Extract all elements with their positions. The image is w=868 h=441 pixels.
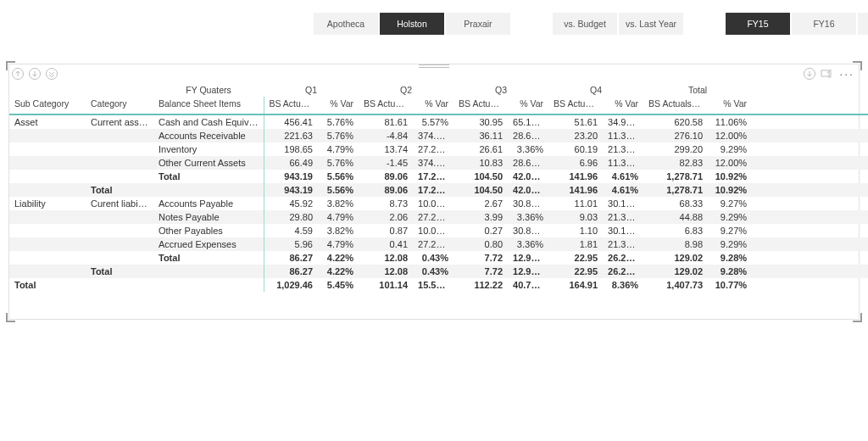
- resize-handle-tr[interactable]: [853, 61, 862, 70]
- table-row[interactable]: AssetCurrent assetsCash and Cash Equival…: [9, 114, 868, 129]
- grand-total-row[interactable]: Total1,029.465.45%101.1415.54%112.2240.7…: [9, 278, 868, 292]
- slicer-company: ApothecaHolstonPraxair: [314, 13, 510, 35]
- table-row[interactable]: Other Current Assets66.495.76%-1.45374.7…: [9, 156, 868, 170]
- drag-handle[interactable]: [419, 64, 449, 69]
- table-row[interactable]: Notes Payable29.804.79%2.0627.27%3.993.3…: [9, 210, 868, 224]
- hdr-q1[interactable]: Q1: [264, 83, 359, 97]
- hdr-q2[interactable]: Q2: [359, 83, 453, 97]
- hdr-fyquarters: FY Quaters: [153, 83, 264, 97]
- drill-down-icon[interactable]: [28, 67, 42, 81]
- matrix-visual: ··· FY Quaters Q1 Q2 Q3 Q4 Total Sub Cat…: [8, 64, 860, 320]
- matrix-body: AssetCurrent assetsCash and Cash Equival…: [9, 114, 868, 292]
- category-total-row[interactable]: Total943.195.56%89.0617.24%104.5042.06%1…: [9, 183, 868, 197]
- resize-handle-bl[interactable]: [6, 313, 15, 322]
- slicer-compare-vs-budget[interactable]: vs. Budget: [553, 13, 617, 35]
- slicer-fy-fy15[interactable]: FY15: [726, 13, 790, 35]
- hdr-subcat[interactable]: Sub Category: [9, 97, 86, 114]
- balance-sheet-matrix: FY Quaters Q1 Q2 Q3 Q4 Total Sub Categor…: [9, 83, 868, 292]
- slicer-compare: vs. Budgetvs. Last Year: [553, 13, 683, 35]
- slicer-bar: ApothecaHolstonPraxair vs. Budgetvs. Las…: [0, 0, 868, 52]
- item-total-row[interactable]: Total86.274.22%12.080.43%7.7212.98%22.95…: [9, 251, 868, 265]
- drill-up-icon[interactable]: [11, 67, 25, 81]
- export-icon[interactable]: [803, 67, 816, 81]
- hdr-total: Total: [643, 83, 752, 97]
- slicer-company-apotheca[interactable]: Apotheca: [314, 13, 378, 35]
- slicer-compare-vs-last-year[interactable]: vs. Last Year: [619, 13, 683, 35]
- slicer-company-holston[interactable]: Holston: [380, 13, 444, 35]
- slicer-company-praxair[interactable]: Praxair: [446, 13, 510, 35]
- table-row[interactable]: Accrued Expenses5.964.79%0.4127.27%0.803…: [9, 237, 868, 251]
- table-row[interactable]: LiabilityCurent liabilityAccounts Payabl…: [9, 197, 868, 210]
- hdr-q4[interactable]: Q4: [548, 83, 643, 97]
- table-row[interactable]: Inventory198.654.79%13.7427.27%26.613.36…: [9, 142, 868, 156]
- item-total-row[interactable]: Total943.195.56%89.0617.24%104.5042.06%1…: [9, 170, 868, 183]
- focus-mode-icon[interactable]: [820, 67, 833, 81]
- table-row[interactable]: Accounts Receivable221.635.76%-4.84374.7…: [9, 129, 868, 142]
- resize-handle-br[interactable]: [853, 313, 862, 322]
- expand-all-icon[interactable]: [45, 67, 58, 81]
- hdr-cat[interactable]: Category: [86, 97, 153, 114]
- slicer-fy-fy17[interactable]: FY17: [858, 13, 868, 35]
- slicer-fy-fy16[interactable]: FY16: [792, 13, 856, 35]
- hdr-q3[interactable]: Q3: [453, 83, 548, 97]
- slicer-fy: FY15FY16FY17: [726, 13, 868, 35]
- table-row[interactable]: Other Payables4.593.82%0.8710.02%0.2730.…: [9, 224, 868, 237]
- hdr-bsi[interactable]: Balance Sheet Items: [153, 97, 264, 114]
- category-total-row[interactable]: Total86.274.22%12.080.43%7.7212.98%22.95…: [9, 265, 868, 278]
- svg-rect-4: [821, 70, 829, 76]
